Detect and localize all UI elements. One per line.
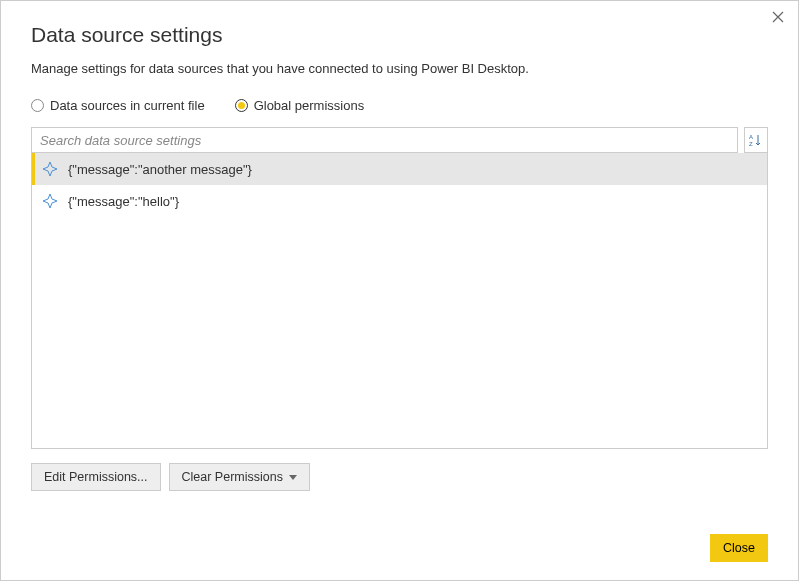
radio-icon xyxy=(31,99,44,112)
close-button[interactable]: Close xyxy=(710,534,768,562)
data-source-list: {"message":"another message"} {"message"… xyxy=(31,153,768,449)
page-subtitle: Manage settings for data sources that yo… xyxy=(31,61,768,76)
chevron-down-icon xyxy=(289,475,297,480)
search-input[interactable] xyxy=(31,127,738,153)
clear-permissions-button[interactable]: Clear Permissions xyxy=(169,463,310,491)
svg-text:Z: Z xyxy=(749,141,753,147)
list-item-label: {"message":"another message"} xyxy=(68,162,252,177)
list-item[interactable]: {"message":"another message"} xyxy=(32,153,767,185)
close-icon[interactable] xyxy=(770,9,786,25)
radio-icon xyxy=(235,99,248,112)
radio-current-file[interactable]: Data sources in current file xyxy=(31,98,205,113)
list-item[interactable]: {"message":"hello"} xyxy=(32,185,767,217)
page-title: Data source settings xyxy=(31,23,768,47)
radio-label: Global permissions xyxy=(254,98,365,113)
button-label: Edit Permissions... xyxy=(44,470,148,484)
button-label: Clear Permissions xyxy=(182,470,283,484)
sort-az-icon: A Z xyxy=(749,133,763,147)
data-source-icon xyxy=(42,193,58,209)
radio-label: Data sources in current file xyxy=(50,98,205,113)
sort-button[interactable]: A Z xyxy=(744,127,768,153)
edit-permissions-button[interactable]: Edit Permissions... xyxy=(31,463,161,491)
radio-global-permissions[interactable]: Global permissions xyxy=(235,98,365,113)
list-item-label: {"message":"hello"} xyxy=(68,194,179,209)
svg-text:A: A xyxy=(749,134,753,140)
data-source-icon xyxy=(42,161,58,177)
button-label: Close xyxy=(723,541,755,555)
